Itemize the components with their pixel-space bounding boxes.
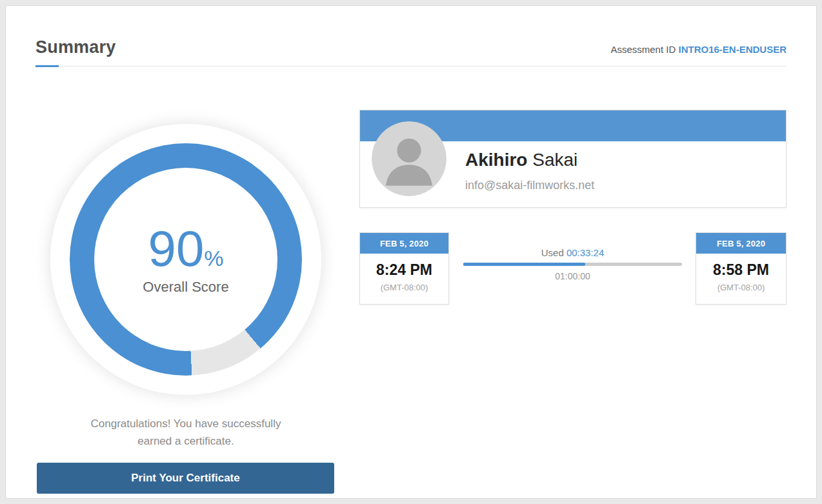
session-start-timezone: (GMT-08:00) [360, 283, 448, 292]
usage-timeline: Used 00:33:24 01:00:00 [463, 247, 682, 281]
header-divider [35, 66, 787, 66]
header-accent-bar [35, 65, 59, 67]
session-end-card: FEB 5, 2020 8:58 PM (GMT-08:00) [696, 232, 787, 305]
session-start-date: FEB 5, 2020 [360, 233, 448, 254]
assessment-id-value[interactable]: INTRO16-EN-ENDUSER [678, 44, 787, 55]
session-end-time: 8:58 PM [696, 261, 786, 279]
overall-score-label: Overall Score [143, 279, 228, 296]
page-title: Summary [35, 37, 115, 57]
profile-name: Akihiro Sakai [465, 150, 594, 170]
avatar [372, 121, 446, 196]
score-percent-sign: % [204, 246, 223, 270]
usage-label: Used 00:33:24 [463, 247, 682, 258]
overall-score-value: 90% [148, 223, 224, 274]
profile-last-name: Sakai [532, 150, 577, 170]
print-certificate-button[interactable]: Print Your Certificate [37, 463, 334, 494]
score-donut-center: 90% Overall Score [94, 168, 277, 351]
usage-progress-track [463, 263, 682, 266]
congratulations-line1: Congratulations! You have successfully [37, 415, 334, 432]
congratulations-message: Congratulations! You have successfully e… [37, 415, 334, 450]
profile-card: Akihiro Sakai info@sakai-filmworks.net [359, 110, 787, 208]
used-label: Used [541, 247, 564, 258]
usage-total-time: 01:00:00 [463, 271, 682, 281]
profile-first-name: Akihiro [465, 150, 527, 170]
session-end-date: FEB 5, 2020 [696, 233, 786, 254]
used-time-value: 00:33:24 [566, 247, 604, 258]
session-start-card: FEB 5, 2020 8:24 PM (GMT-08:00) [359, 232, 449, 305]
session-start-time: 8:24 PM [360, 261, 448, 279]
assessment-id: Assessment ID INTRO16-EN-ENDUSER [610, 44, 787, 55]
assessment-summary-page: Summary Assessment ID INTRO16-EN-ENDUSER… [0, 0, 822, 504]
session-end-timezone: (GMT-08:00) [696, 283, 786, 292]
profile-email: info@sakai-filmworks.net [465, 179, 594, 192]
score-number: 90 [148, 220, 205, 277]
person-silhouette-icon [372, 121, 446, 196]
usage-progress-fill [463, 263, 585, 266]
assessment-id-label: Assessment ID [610, 44, 676, 55]
congratulations-line2: earned a certificate. [37, 432, 334, 450]
score-donut-chart: 90% Overall Score [70, 143, 302, 376]
profile-text-block: Akihiro Sakai info@sakai-filmworks.net [465, 150, 594, 192]
